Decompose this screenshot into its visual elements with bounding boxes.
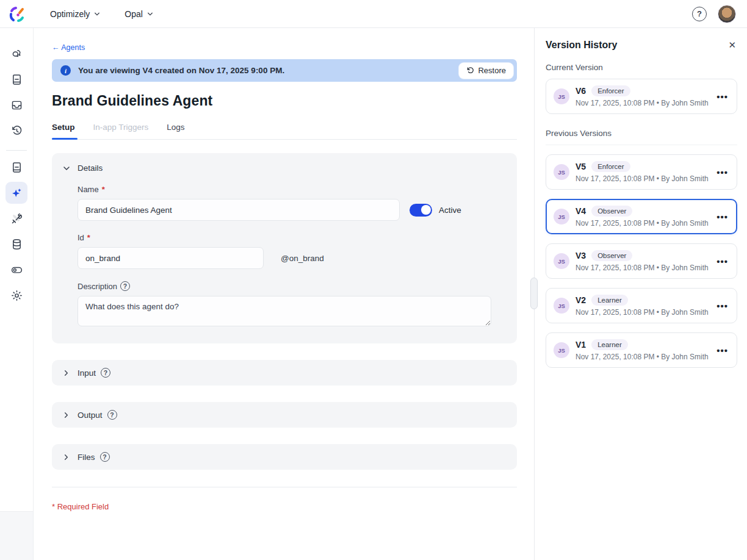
history-clock-icon: [10, 124, 23, 137]
close-icon[interactable]: ✕: [727, 39, 737, 51]
tab-logs[interactable]: Logs: [167, 123, 184, 139]
sidebar-item-docs[interactable]: [5, 156, 27, 178]
restore-button[interactable]: Restore: [459, 63, 513, 79]
sidebar-item-database[interactable]: [5, 233, 27, 255]
avatar: JS: [554, 209, 569, 224]
version-card-v5[interactable]: JS V5 Enforcer Nov 17, 2025, 10:08 PM • …: [546, 154, 737, 190]
chevron-down-icon: [63, 165, 70, 172]
version-number: V1: [576, 340, 586, 350]
version-history-panel: Version History ✕ Current Version JS V6 …: [534, 28, 747, 560]
more-options-icon[interactable]: •••: [715, 212, 729, 222]
version-history-title: Version History: [546, 40, 617, 51]
avatar: JS: [554, 253, 569, 269]
sidebar-divider: [6, 150, 27, 151]
footer-divider: [52, 487, 517, 487]
output-section-label: Output ?: [78, 410, 117, 420]
version-card-v6[interactable]: JS V6 Enforcer Nov 17, 2025, 10:08 PM • …: [546, 79, 737, 114]
sidebar-item-history[interactable]: [5, 120, 27, 142]
previous-versions-label: Previous Versions: [546, 129, 737, 145]
version-meta: Nov 17, 2025, 10:08 PM • By John Smith: [576, 308, 709, 317]
sidebar-item-settings[interactable]: [5, 284, 27, 306]
version-meta: Nov 17, 2025, 10:08 PM • By John Smith: [576, 264, 709, 272]
version-meta: Nov 17, 2025, 10:08 PM • By John Smith: [576, 99, 709, 107]
main-content: ← Agents i You are viewing V4 created on…: [34, 28, 534, 560]
left-sidebar: [0, 28, 34, 560]
tools-icon: [10, 212, 23, 225]
database-icon: [10, 238, 23, 251]
panel-resize-handle[interactable]: [530, 278, 538, 309]
sidebar-item-inbox[interactable]: [5, 94, 27, 116]
description-textarea[interactable]: [78, 296, 491, 326]
version-meta: Nov 17, 2025, 10:08 PM • By John Smith: [576, 219, 709, 228]
sidebar-item-library[interactable]: [5, 68, 27, 90]
id-input[interactable]: [78, 247, 264, 269]
details-section: Details Name * Active Id *: [52, 153, 517, 343]
required-asterisk: *: [87, 233, 90, 242]
sidebar-item-agents[interactable]: [5, 182, 27, 204]
tab-bar: Setup In-app Triggers Logs: [52, 123, 517, 140]
chat-bubbles-icon: [10, 48, 23, 60]
info-icon: i: [60, 65, 71, 76]
version-number: V2: [576, 295, 586, 305]
sidebar-footer: [0, 511, 33, 560]
org-menu[interactable]: Optimizely: [50, 9, 100, 19]
more-options-icon[interactable]: •••: [715, 256, 729, 267]
version-card-v4-selected[interactable]: JS V4 Observer Nov 17, 2025, 10:08 PM • …: [546, 199, 737, 234]
version-number: V4: [576, 206, 586, 216]
active-toggle[interactable]: [410, 204, 432, 217]
input-section-label: Input ?: [78, 368, 110, 378]
version-badge: Enforcer: [591, 85, 630, 96]
help-icon[interactable]: ?: [101, 368, 110, 378]
sidebar-item-tools[interactable]: [5, 207, 27, 229]
help-icon[interactable]: ?: [120, 281, 130, 291]
version-card-v3[interactable]: JS V3 Observer Nov 17, 2025, 10:08 PM • …: [546, 243, 737, 279]
gear-icon: [10, 289, 23, 302]
sidebar-item-feature-toggles[interactable]: [5, 259, 27, 281]
chevron-right-icon: [63, 412, 70, 418]
name-input[interactable]: [78, 199, 400, 221]
product-menu[interactable]: Opal: [125, 9, 153, 19]
version-number: V6: [576, 86, 586, 96]
optimizely-logo-icon[interactable]: [7, 4, 27, 24]
active-toggle-label: Active: [439, 206, 461, 215]
output-section[interactable]: Output ?: [52, 402, 517, 428]
version-card-v2[interactable]: JS V2 Learner Nov 17, 2025, 10:08 PM • B…: [546, 288, 737, 323]
details-section-label: Details: [78, 163, 103, 173]
back-to-agents-link[interactable]: ← Agents: [52, 43, 85, 52]
avatar: JS: [554, 342, 569, 358]
details-section-header[interactable]: Details: [63, 163, 506, 173]
chevron-right-icon: [63, 454, 70, 461]
chevron-down-icon: [94, 11, 100, 17]
chevron-right-icon: [63, 370, 70, 376]
description-field-label: Description ?: [78, 281, 506, 291]
id-field-label: Id *: [78, 233, 506, 242]
help-icon[interactable]: ?: [107, 410, 117, 420]
banner-message: You are viewing V4 created on Nov 17, 20…: [78, 66, 459, 75]
more-options-icon[interactable]: •••: [715, 301, 729, 311]
more-options-icon[interactable]: •••: [715, 92, 729, 102]
tab-setup[interactable]: Setup: [52, 123, 75, 139]
input-section[interactable]: Input ?: [52, 360, 517, 386]
name-field-label: Name *: [78, 185, 506, 194]
notebook-icon: [10, 161, 23, 174]
org-menu-label: Optimizely: [50, 9, 90, 19]
version-meta: Nov 17, 2025, 10:08 PM • By John Smith: [576, 174, 709, 183]
user-avatar[interactable]: [718, 5, 736, 23]
files-section[interactable]: Files ?: [52, 444, 517, 470]
tab-in-app-triggers[interactable]: In-app Triggers: [93, 123, 149, 139]
help-icon[interactable]: ?: [692, 7, 707, 21]
required-asterisk: *: [102, 185, 105, 194]
more-options-icon[interactable]: •••: [715, 167, 729, 178]
toggle-icon: [10, 264, 23, 276]
version-badge: Learner: [591, 295, 628, 306]
files-section-label: Files ?: [78, 452, 110, 462]
version-badge: Observer: [591, 250, 632, 261]
more-options-icon[interactable]: •••: [715, 345, 729, 356]
version-card-v1[interactable]: JS V1 Learner Nov 17, 2025, 10:08 PM • B…: [546, 332, 737, 368]
required-field-note: * Required Field: [52, 502, 517, 511]
help-icon[interactable]: ?: [100, 452, 110, 462]
version-meta: Nov 17, 2025, 10:08 PM • By John Smith: [576, 353, 709, 361]
restore-button-label: Restore: [478, 66, 506, 75]
version-number: V3: [576, 251, 586, 260]
sidebar-item-chat[interactable]: [5, 43, 27, 65]
